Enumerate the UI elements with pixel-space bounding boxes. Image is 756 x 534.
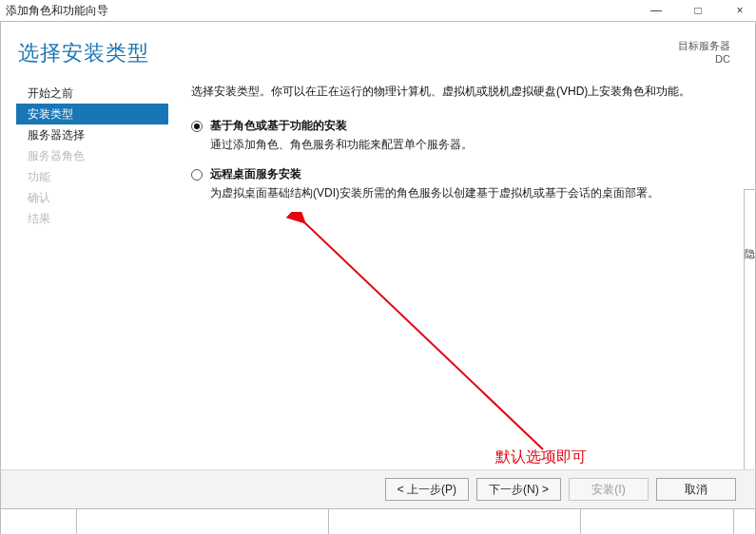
gutter-char: 隐 [745, 247, 755, 261]
radio-rds[interactable] [191, 169, 203, 181]
step-server-select[interactable]: 服务器选择 [16, 124, 168, 145]
next-button[interactable]: 下一步(N) > [476, 478, 561, 501]
target-value: DC [678, 53, 730, 65]
step-confirm: 确认 [16, 187, 168, 208]
install-button: 安装(I) [569, 478, 649, 501]
minimize-button[interactable]: — [644, 2, 669, 19]
wizard-steps: 开始之前 安装类型 服务器选择 服务器角色 功能 确认 结果 [16, 83, 168, 469]
option-body: 远程桌面服务安装 为虚拟桌面基础结构(VDI)安装所需的角色服务以创建基于虚拟机… [210, 166, 732, 201]
main-panel: 选择安装类型。你可以在正在运行的物理计算机、虚拟机或脱机虚拟硬盘(VHD)上安装… [168, 83, 740, 469]
step-install-type[interactable]: 安装类型 [16, 104, 168, 124]
option-desc: 为虚拟桌面基础结构(VDI)安装所需的角色服务以创建基于虚拟机或基于会话的桌面部… [210, 184, 732, 201]
close-button[interactable]: × [727, 2, 752, 19]
option-title: 基于角色或基于功能的安装 [210, 118, 732, 134]
window-title: 添加角色和功能向导 [6, 3, 108, 19]
wizard-window: 添加角色和功能向导 — □ × 选择安装类型 目标服务器 DC 开始之前 安装类… [0, 0, 756, 534]
window-controls: — □ × [644, 0, 752, 21]
intro-text: 选择安装类型。你可以在正在运行的物理计算机、虚拟机或脱机虚拟硬盘(VHD)上安装… [191, 83, 732, 101]
target-label: 目标服务器 [678, 39, 730, 53]
radio-role-based[interactable] [191, 121, 203, 132]
page-title: 选择安装类型 [18, 39, 149, 67]
option-title: 远程桌面服务安装 [210, 166, 732, 182]
dialog-body: 选择安装类型 目标服务器 DC 开始之前 安装类型 服务器选择 服务器角色 功能… [0, 21, 756, 469]
step-before-begin[interactable]: 开始之前 [16, 83, 168, 104]
prev-button[interactable]: < 上一步(P) [385, 478, 469, 501]
bottom-crop-lines [0, 509, 756, 534]
maximize-button[interactable]: □ [686, 2, 710, 19]
dialog-content: 开始之前 安装类型 服务器选择 服务器角色 功能 确认 结果 选择安装类型。你可… [1, 77, 755, 469]
dialog-footer: < 上一步(P) 下一步(N) > 安装(I) 取消 [0, 469, 756, 509]
step-features: 功能 [16, 166, 168, 187]
titlebar[interactable]: 添加角色和功能向导 — □ × [0, 0, 756, 21]
annotation-text: 默认选项即可 [495, 448, 587, 467]
dialog-header: 选择安装类型 目标服务器 DC [1, 22, 755, 77]
target-server: 目标服务器 DC [678, 39, 730, 65]
step-results: 结果 [16, 208, 168, 229]
cancel-button[interactable]: 取消 [656, 478, 736, 501]
option-body: 基于角色或基于功能的安装 通过添加角色、角色服务和功能来配置单个服务器。 [210, 118, 732, 153]
option-desc: 通过添加角色、角色服务和功能来配置单个服务器。 [210, 136, 732, 153]
option-rds[interactable]: 远程桌面服务安装 为虚拟桌面基础结构(VDI)安装所需的角色服务以创建基于虚拟机… [191, 166, 732, 201]
option-role-based[interactable]: 基于角色或基于功能的安装 通过添加角色、角色服务和功能来配置单个服务器。 [191, 118, 732, 153]
step-server-roles: 服务器角色 [16, 145, 168, 166]
right-gutter: 隐 [744, 189, 755, 469]
